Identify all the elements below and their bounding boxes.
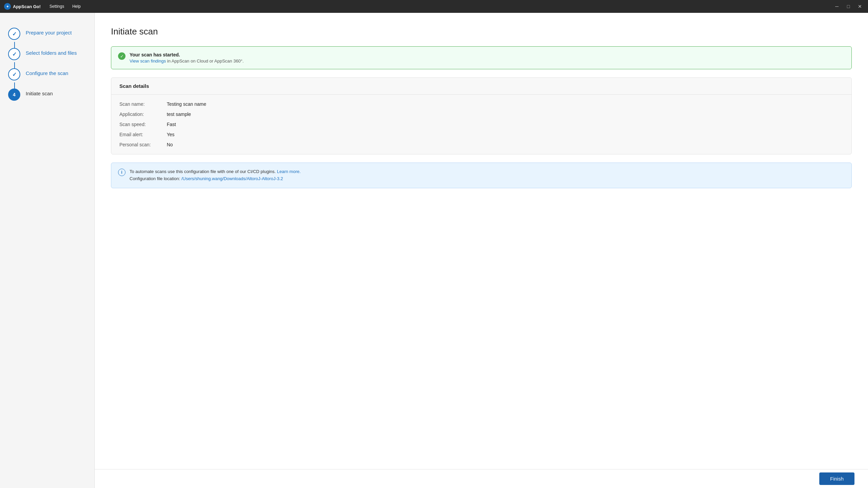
info-location-label: Configuration file location:	[130, 176, 181, 181]
step-circle-3: ✓	[8, 68, 20, 80]
scan-detail-value-email: Yes	[167, 132, 175, 137]
info-banner: i To automate scans use this configurati…	[111, 163, 852, 188]
scan-detail-value-name: Testing scan name	[167, 101, 206, 107]
scan-detail-label-speed: Scan speed:	[119, 122, 167, 127]
success-banner: ✓ Your scan has started. View scan findi…	[111, 46, 852, 69]
scan-detail-row-email: Email alert: Yes	[119, 132, 843, 137]
step-circle-2: ✓	[8, 48, 20, 60]
scan-details-card: Scan details Scan name: Testing scan nam…	[111, 77, 852, 154]
scan-detail-row-app: Application: test sample	[119, 112, 843, 117]
success-title: Your scan has started.	[130, 52, 244, 57]
step-label-2: Select folders and files	[26, 48, 77, 56]
app-logo: ✦ AppScan Go!	[4, 3, 41, 10]
step-number-4: 4	[13, 92, 16, 97]
menu-help[interactable]: Help	[69, 3, 84, 10]
info-pre-link: To automate scans use this configuration…	[130, 169, 277, 174]
app-logo-icon: ✦	[4, 3, 11, 10]
success-subtitle: View scan findings in AppScan on Cloud o…	[130, 58, 244, 64]
scan-detail-label-email: Email alert:	[119, 132, 167, 137]
sidebar-step-initiate: 4 Initiate scan	[0, 84, 94, 105]
window-controls: ─ □ ✕	[833, 2, 864, 10]
scan-detail-row-name: Scan name: Testing scan name	[119, 101, 843, 107]
maximize-button[interactable]: □	[844, 2, 852, 10]
view-findings-link[interactable]: View scan findings	[130, 58, 166, 64]
sidebar-step-select: ✓ Select folders and files	[0, 44, 94, 64]
app-name: AppScan Go!	[13, 4, 41, 9]
scan-detail-value-speed: Fast	[167, 122, 176, 127]
sidebar-step-prepare: ✓ Prepare your project	[0, 24, 94, 44]
info-text: To automate scans use this configuration…	[130, 168, 301, 182]
step-label-1: Prepare your project	[26, 28, 72, 35]
scan-detail-row-speed: Scan speed: Fast	[119, 122, 843, 127]
footer: Finish	[95, 469, 868, 488]
minimize-button[interactable]: ─	[833, 2, 841, 10]
scan-detail-label-name: Scan name:	[119, 101, 167, 107]
scan-details-body: Scan name: Testing scan name Application…	[111, 95, 851, 154]
sidebar: ✓ Prepare your project ✓ Select folders …	[0, 13, 95, 488]
scan-detail-label-app: Application:	[119, 112, 167, 117]
page-title: Initiate scan	[111, 26, 852, 37]
learn-more-link[interactable]: Learn more.	[277, 169, 301, 174]
scan-detail-value-app: test sample	[167, 112, 191, 117]
checkmark-2: ✓	[12, 51, 17, 57]
info-icon: i	[118, 169, 125, 176]
step-circle-4: 4	[8, 89, 20, 101]
sidebar-step-configure: ✓ Configure the scan	[0, 64, 94, 84]
close-button[interactable]: ✕	[856, 2, 864, 10]
success-icon: ✓	[118, 52, 125, 60]
success-text: Your scan has started. View scan finding…	[130, 52, 244, 64]
config-file-path-link[interactable]: /Users/shuning.wang/Downloads/AltoroJ-Al…	[181, 176, 283, 181]
menu-settings[interactable]: Settings	[46, 3, 67, 10]
titlebar: ✦ AppScan Go! Settings Help ─ □ ✕	[0, 0, 868, 13]
step-label-4: Initiate scan	[26, 89, 53, 96]
scan-details-header: Scan details	[111, 78, 851, 95]
titlebar-menu: Settings Help	[46, 3, 84, 10]
main-content: Initiate scan ✓ Your scan has started. V…	[95, 13, 868, 469]
scan-detail-row-personal: Personal scan: No	[119, 142, 843, 147]
scan-detail-label-personal: Personal scan:	[119, 142, 167, 147]
step-circle-1: ✓	[8, 28, 20, 40]
info-line-2: Configuration file location: /Users/shun…	[130, 175, 301, 182]
info-line-1: To automate scans use this configuration…	[130, 168, 301, 175]
success-post-link: in AppScan on Cloud or AppScan 360°.	[166, 58, 244, 64]
checkmark-3: ✓	[12, 71, 17, 78]
finish-button[interactable]: Finish	[819, 472, 854, 485]
step-label-3: Configure the scan	[26, 68, 68, 76]
scan-detail-value-personal: No	[167, 142, 173, 147]
checkmark-1: ✓	[12, 31, 17, 37]
app-body: ✓ Prepare your project ✓ Select folders …	[0, 13, 868, 488]
